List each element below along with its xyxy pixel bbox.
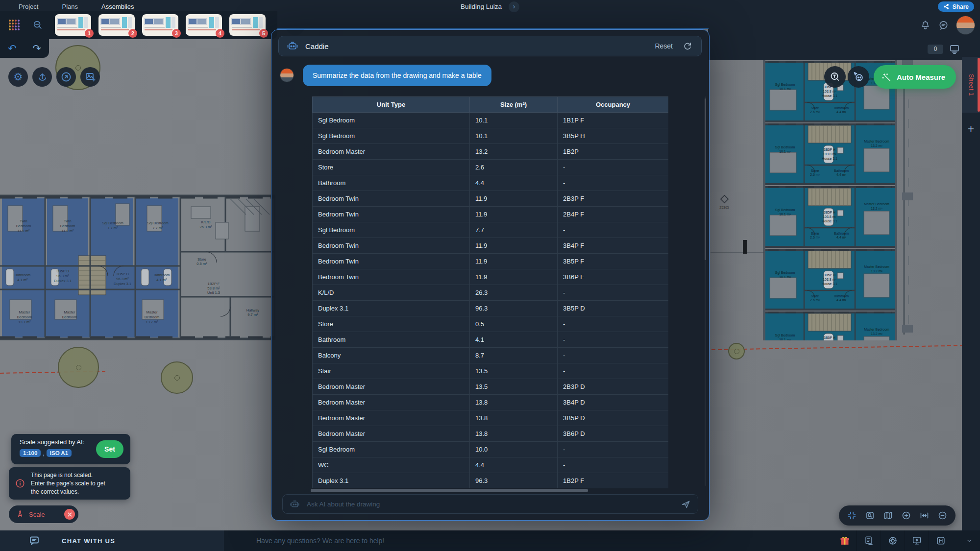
support-chat-icon[interactable] xyxy=(938,20,949,31)
table-row: Stair 13.5 - xyxy=(313,363,669,379)
col-unit-type[interactable]: Unit Type xyxy=(313,97,470,113)
auto-measure-button[interactable]: Auto Measure xyxy=(874,65,956,89)
table-row: Bedroom Master 13.5 2B3P D xyxy=(313,379,669,395)
help-ring-icon[interactable] xyxy=(881,535,905,546)
h-brand-icon[interactable] xyxy=(929,535,953,546)
svg-text:96.3 m²: 96.3 m² xyxy=(56,274,69,278)
pages-bar: 1 xyxy=(0,11,277,39)
export-button[interactable] xyxy=(32,67,52,87)
page-thumbnails: 1 xyxy=(55,14,266,36)
cell-size: 11.9 xyxy=(470,254,558,269)
assistant-pointer-button[interactable] xyxy=(848,66,869,88)
selection-count-badge[interactable]: 0 xyxy=(928,45,943,54)
help-text: Have any questions? We are here to help! xyxy=(256,530,384,551)
page-thumbnail[interactable]: 2 xyxy=(98,14,135,36)
collapse-bar-chevron-icon[interactable] xyxy=(965,537,973,545)
cell-size: 10.1 xyxy=(470,128,558,144)
svg-text:96.3 m²: 96.3 m² xyxy=(116,277,129,281)
zoom-region-icon[interactable] xyxy=(865,510,875,521)
fit-width-icon[interactable] xyxy=(919,510,930,521)
zoom-out-icon[interactable] xyxy=(937,510,948,521)
caddie-robot-icon xyxy=(287,40,298,52)
settings-button[interactable]: ⚙ xyxy=(8,67,28,87)
redo-icon[interactable]: ↷ xyxy=(32,43,41,54)
undo-icon[interactable]: ↶ xyxy=(8,43,17,54)
cell-size: 96.3 xyxy=(470,473,558,489)
changelog-icon[interactable] xyxy=(857,535,881,546)
separator: , xyxy=(43,450,44,457)
notifications-icon[interactable] xyxy=(920,20,931,31)
add-sheet-button[interactable]: + xyxy=(962,122,980,136)
project-title: Building Luiza xyxy=(461,3,502,10)
svg-text:Bedroom: Bedroom xyxy=(16,224,31,228)
chat-label: CHAT WITH US xyxy=(62,537,115,545)
text-search-button[interactable] xyxy=(824,66,846,88)
fit-view-icon[interactable] xyxy=(847,510,857,521)
svg-text:Bedroom: Bedroom xyxy=(62,315,77,319)
refresh-icon[interactable] xyxy=(683,41,692,51)
table-row: Sgl Bedroom 10.1 1B1P F xyxy=(313,113,669,128)
cell-unit-type: Duplex 3.1 xyxy=(313,301,470,316)
page-thumbnail[interactable]: 3 xyxy=(142,14,178,36)
table-row: Sgl Bedroom 10.0 - xyxy=(313,442,669,457)
svg-text:3B5P D: 3B5P D xyxy=(56,269,69,273)
map-overview-icon[interactable] xyxy=(883,510,893,521)
cell-size: 11.9 xyxy=(470,238,558,254)
svg-text:7.7 m²: 7.7 m² xyxy=(107,226,118,230)
share-button[interactable]: Share xyxy=(938,1,974,12)
table-horizontal-scrollbar[interactable] xyxy=(311,489,588,492)
caddie-header: Caddie Reset xyxy=(278,36,702,56)
send-icon[interactable] xyxy=(681,499,691,509)
scale-label: Scale xyxy=(29,511,60,518)
page-thumbnail[interactable]: 5 xyxy=(229,14,266,36)
cell-unit-type: Stair xyxy=(313,363,470,379)
col-size[interactable]: Size (m²) xyxy=(470,97,558,113)
sheet-tab[interactable]: Sheet 1 xyxy=(962,57,980,113)
svg-text:4.1 m²: 4.1 m² xyxy=(156,278,167,282)
reset-button[interactable]: Reset xyxy=(655,42,673,50)
tutorials-video-icon[interactable] xyxy=(905,535,929,546)
presentation-icon[interactable] xyxy=(949,43,960,55)
scale-value-badge[interactable]: 1:100 xyxy=(20,449,41,457)
svg-text:9.7 m²: 9.7 m² xyxy=(247,312,258,317)
page-thumbnail[interactable]: 4 xyxy=(186,14,222,36)
cell-size: 4.4 xyxy=(470,175,558,191)
zoom-in-icon[interactable] xyxy=(901,510,911,521)
set-scale-button[interactable]: Set xyxy=(96,440,123,458)
image-plus-icon xyxy=(84,71,96,83)
panel-scrollbar-thumb[interactable] xyxy=(705,98,706,260)
svg-text:Master: Master xyxy=(19,310,30,314)
floor-plan-left: TwinBedroom11.9 m²TwinBedroom11.9 m²Sgl … xyxy=(0,194,275,342)
app-grid-icon[interactable] xyxy=(8,19,21,31)
cell-unit-type: Bedroom Master xyxy=(313,144,470,160)
cell-occupancy: - xyxy=(558,316,669,332)
scale-tool-pill[interactable]: Scale xyxy=(9,505,78,523)
dimension-marks: 25365 xyxy=(706,191,980,260)
open-link-button[interactable] xyxy=(56,67,76,87)
pointer-face-icon xyxy=(853,71,864,83)
whats-new-gift-icon[interactable] xyxy=(833,535,857,547)
svg-text:26.3 m²: 26.3 m² xyxy=(199,225,212,229)
table-row: Bedroom Master 13.2 1B2P xyxy=(313,144,669,160)
history-bar: ↶ ↷ xyxy=(0,39,49,58)
caddie-robot-icon xyxy=(290,499,300,509)
user-avatar[interactable] xyxy=(956,16,975,35)
svg-text:Bathroom: Bathroom xyxy=(15,273,31,277)
search-pages-icon[interactable] xyxy=(32,20,43,30)
table-row: Bathroom 4.1 - xyxy=(313,332,669,348)
page-thumbnail[interactable]: 1 xyxy=(55,14,91,36)
cell-occupancy: - xyxy=(558,442,669,457)
cell-size: 13.8 xyxy=(470,395,558,410)
svg-text:Master: Master xyxy=(147,310,158,314)
add-image-button[interactable] xyxy=(80,67,100,87)
ask-ai-input[interactable] xyxy=(306,500,675,508)
project-chevron-button[interactable]: › xyxy=(509,1,519,12)
col-occupancy[interactable]: Occupancy xyxy=(558,97,669,113)
close-scale-icon[interactable] xyxy=(64,509,75,520)
arrow-up-right-icon xyxy=(60,71,72,83)
svg-text:Twin: Twin xyxy=(64,219,71,223)
ask-ai-bar xyxy=(282,494,698,514)
chat-with-us-button[interactable]: CHAT WITH US xyxy=(0,530,224,551)
cell-occupancy: - xyxy=(558,363,669,379)
paper-format-badge[interactable]: ISO A1 xyxy=(47,449,72,457)
